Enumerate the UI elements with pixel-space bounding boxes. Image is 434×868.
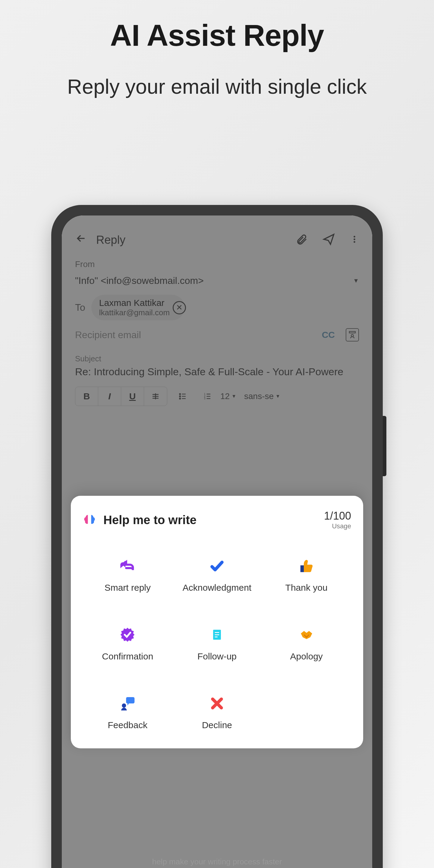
svg-text:3: 3 xyxy=(204,397,206,400)
font-family-select[interactable]: sans-se ▼ xyxy=(244,392,280,401)
option-label: Feedback xyxy=(107,720,147,730)
app-header: Reply xyxy=(71,230,363,249)
font-size-value: 12 xyxy=(220,392,230,401)
promo-subtitle: Reply your email with single click xyxy=(0,74,434,99)
numbered-list-button[interactable]: 123 xyxy=(198,387,217,406)
option-label: Smart reply xyxy=(104,583,151,593)
chip-name: Laxman Kattikar xyxy=(99,298,170,308)
svg-point-5 xyxy=(179,394,181,395)
italic-button[interactable]: I xyxy=(98,387,121,406)
to-row: To Laxman Kattikar lkattikar@gmail.com ✕ xyxy=(71,286,363,320)
sheet-header: Help me to write 1/100 Usage xyxy=(83,510,351,530)
option-feedback[interactable]: Feedback xyxy=(86,695,169,730)
underline-button[interactable]: U xyxy=(121,387,144,406)
back-icon[interactable] xyxy=(75,232,87,247)
format-toolbar: B I U 123 12 ▼ sans-se xyxy=(71,378,363,406)
svg-point-0 xyxy=(353,236,355,238)
attach-icon[interactable] xyxy=(296,233,308,247)
from-label: From xyxy=(75,259,359,269)
usage-indicator: 1/100 Usage xyxy=(324,510,351,530)
option-confirmation[interactable]: Confirmation xyxy=(86,626,169,661)
footer-hint: help make your writing process faster xyxy=(62,857,372,867)
bold-button[interactable]: B xyxy=(75,387,98,406)
sheet-title: Help me to write xyxy=(103,513,196,527)
bullet-list-button[interactable] xyxy=(173,387,192,406)
option-label: Apology xyxy=(290,651,322,661)
svg-rect-13 xyxy=(126,697,135,704)
option-label: Decline xyxy=(202,720,232,730)
svg-point-14 xyxy=(122,704,126,708)
promo-title: AI Assist Reply xyxy=(0,0,434,53)
svg-rect-11 xyxy=(300,565,304,572)
badge-check-icon xyxy=(119,626,136,644)
from-value-text: "Info" <info@sowebmail.com> xyxy=(75,275,204,286)
text-style-group: B I U xyxy=(75,387,167,406)
option-thank-you[interactable]: Thank you xyxy=(265,557,348,593)
remove-chip-icon[interactable]: ✕ xyxy=(173,301,186,314)
chevron-down-icon: ▼ xyxy=(276,394,280,399)
options-grid: Smart replyAcknowledgmentThank youConfir… xyxy=(83,557,351,730)
svg-point-2 xyxy=(353,241,355,243)
thumbs-up-icon xyxy=(298,557,315,575)
option-label: Thank you xyxy=(285,583,328,593)
cc-button[interactable]: CC xyxy=(322,330,335,340)
chat-person-icon xyxy=(119,695,136,712)
more-icon[interactable] xyxy=(350,233,359,247)
option-label: Acknowledgment xyxy=(183,583,251,593)
svg-rect-3 xyxy=(349,332,355,333)
option-label: Confirmation xyxy=(102,651,153,661)
subject-label: Subject xyxy=(75,354,359,364)
svg-point-1 xyxy=(353,239,355,240)
chevron-down-icon: ▼ xyxy=(353,277,359,284)
contacts-icon[interactable] xyxy=(346,328,359,341)
phone-screen: Reply From "Info" <info@sowebmail.c xyxy=(62,216,372,868)
brain-icon xyxy=(83,513,96,527)
usage-label: Usage xyxy=(324,522,351,530)
subject-row: Subject Re: Introducing Simple, Safe & F… xyxy=(71,341,363,378)
subject-input[interactable]: Re: Introducing Simple, Safe & Full-Scal… xyxy=(75,366,359,378)
option-label: Follow-up xyxy=(197,651,237,661)
send-icon[interactable] xyxy=(322,233,336,247)
from-dropdown[interactable]: "Info" <info@sowebmail.com> ▼ xyxy=(75,275,359,286)
document-icon xyxy=(208,626,226,644)
phone-frame: Reply From "Info" <info@sowebmail.c xyxy=(51,205,383,868)
handshake-icon xyxy=(298,626,315,644)
recipient-input[interactable]: Recipient email xyxy=(75,330,322,341)
font-family-value: sans-se xyxy=(244,392,274,401)
strike-button[interactable] xyxy=(144,387,167,406)
to-label: To xyxy=(75,302,85,313)
recipient-chip[interactable]: Laxman Kattikar lkattikar@gmail.com ✕ xyxy=(91,295,185,320)
font-size-select[interactable]: 12 ▼ xyxy=(220,392,236,401)
option-acknowledgment[interactable]: Acknowledgment xyxy=(176,557,259,593)
checkmark-icon xyxy=(208,557,226,575)
usage-count: 1/100 xyxy=(324,510,351,522)
option-follow-up[interactable]: Follow-up xyxy=(176,626,259,661)
svg-point-6 xyxy=(179,396,181,397)
option-decline[interactable]: Decline xyxy=(176,695,259,730)
from-row: From "Info" <info@sowebmail.com> ▼ xyxy=(71,249,363,286)
header-title: Reply xyxy=(96,234,287,247)
chip-email: lkattikar@gmail.com xyxy=(99,308,170,317)
ai-assist-sheet: Help me to write 1/100 Usage Smart reply… xyxy=(71,496,363,748)
option-smart-reply[interactable]: Smart reply xyxy=(86,557,169,593)
x-mark-icon xyxy=(208,695,226,712)
recipient-row: Recipient email CC xyxy=(71,320,363,341)
chevron-down-icon: ▼ xyxy=(231,394,236,399)
option-apology[interactable]: Apology xyxy=(265,626,348,661)
reply-arrow-icon xyxy=(119,557,136,575)
svg-point-7 xyxy=(179,398,181,399)
